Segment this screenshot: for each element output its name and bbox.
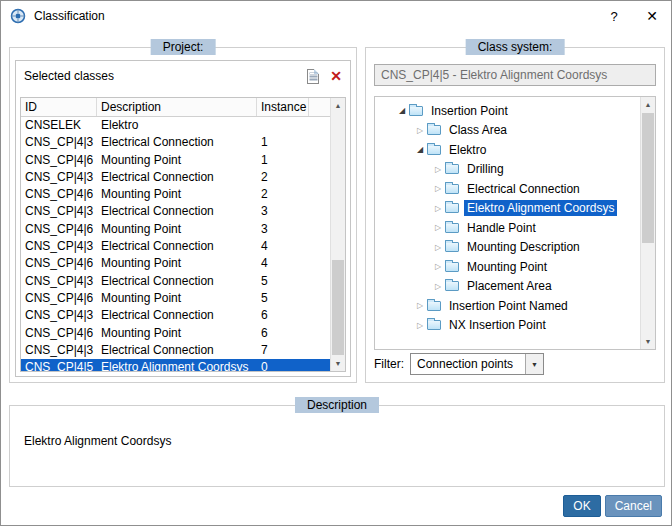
cell-description: Mounting Point — [97, 186, 257, 203]
cell-instance: 4 — [257, 238, 309, 255]
cell-instance: 3 — [257, 221, 309, 238]
expand-icon[interactable]: ▷ — [431, 243, 445, 252]
expand-icon[interactable]: ▷ — [431, 204, 445, 213]
cell-id: CNS_CP|4|6 — [21, 255, 97, 272]
tree-item-label: Elektro — [446, 142, 489, 158]
delete-icon[interactable]: ✕ — [327, 67, 345, 85]
cell-id: CNS_CP|4|3 — [21, 238, 97, 255]
tree-scrollbar[interactable]: ▲ ▼ — [640, 97, 655, 349]
expand-icon[interactable]: ▷ — [413, 301, 427, 310]
expand-icon[interactable]: ▷ — [431, 223, 445, 232]
filter-dropdown[interactable]: Connection points ▼ — [410, 353, 544, 375]
tree-item-label: Insertion Point — [428, 103, 511, 119]
collapse-icon[interactable]: ◢ — [395, 106, 409, 115]
tree-item-label: Drilling — [464, 161, 507, 177]
column-header-description[interactable]: Description — [97, 98, 257, 116]
cell-description: Mounting Point — [97, 325, 257, 342]
table-row[interactable]: CNS_CP|4|3Electrical Connection7 — [21, 342, 330, 359]
tree-item-label: Placement Area — [464, 278, 555, 294]
document-glyph — [307, 69, 319, 84]
cancel-button[interactable]: Cancel — [605, 495, 662, 517]
scroll-down-icon[interactable]: ▼ — [331, 356, 345, 371]
tree-item[interactable]: ▷Elektro Alignment Coordsys — [375, 199, 640, 219]
tree-item[interactable]: ▷Drilling — [375, 160, 640, 180]
table-row[interactable]: CNS_CP|4|3Electrical Connection5 — [21, 273, 330, 290]
title-bar: Classification ? ✕ — [1, 1, 671, 31]
cell-description: Electrical Connection — [97, 134, 257, 151]
scroll-down-icon[interactable]: ▼ — [641, 334, 655, 349]
selected-class-field[interactable] — [374, 64, 656, 86]
cell-id: CNS_CP|4|6 — [21, 152, 97, 169]
folder-icon — [427, 125, 441, 135]
table-row[interactable]: CNS_CP|4|5Elektro Alignment Coordsys0 — [21, 359, 330, 371]
folder-icon — [445, 242, 459, 252]
folder-icon — [445, 223, 459, 233]
table-row[interactable]: CNS_CP|4|6Mounting Point5 — [21, 290, 330, 307]
column-header-instance[interactable]: Instance — [257, 98, 309, 116]
cell-description: Mounting Point — [97, 221, 257, 238]
table-row[interactable]: CNS_CP|4|3Electrical Connection4 — [21, 238, 330, 255]
table-row[interactable]: CNS_CP|4|6Mounting Point2 — [21, 186, 330, 203]
cell-instance: 1 — [257, 134, 309, 151]
table-row[interactable]: CNSELEKElektro — [21, 117, 330, 134]
new-document-icon[interactable] — [304, 67, 322, 85]
tree-item[interactable]: ▷Placement Area — [375, 277, 640, 297]
scroll-up-icon[interactable]: ▲ — [331, 98, 345, 113]
tree-item[interactable]: ◢Insertion Point — [375, 101, 640, 121]
scrollbar-thumb[interactable] — [332, 260, 344, 355]
collapse-icon[interactable]: ◢ — [413, 145, 427, 154]
cell-id: CNS_CP|4|5 — [21, 359, 97, 371]
tree-item[interactable]: ▷Mounting Description — [375, 238, 640, 258]
expand-icon[interactable]: ▷ — [431, 165, 445, 174]
tree-item-label: Handle Point — [464, 220, 539, 236]
table-scrollbar[interactable]: ▲ ▼ — [330, 98, 345, 371]
cell-instance: 7 — [257, 342, 309, 359]
tree-item-label: Mounting Point — [464, 259, 550, 275]
cell-id: CNS_CP|4|6 — [21, 325, 97, 342]
help-button[interactable]: ? — [595, 1, 633, 31]
classification-dialog: Classification ? ✕ Project: Selected cla… — [0, 0, 672, 526]
tree-item[interactable]: ▷Insertion Point Named — [375, 296, 640, 316]
expand-icon[interactable]: ▷ — [413, 126, 427, 135]
table-row[interactable]: CNS_CP|4|3Electrical Connection3 — [21, 203, 330, 220]
table-row[interactable]: CNS_CP|4|3Electrical Connection6 — [21, 307, 330, 324]
close-button[interactable]: ✕ — [633, 1, 671, 31]
ok-button[interactable]: OK — [563, 495, 600, 517]
folder-icon — [445, 164, 459, 174]
project-group-label: Project: — [151, 39, 216, 55]
cell-description: Elektro Alignment Coordsys — [97, 359, 257, 371]
column-header-filler — [309, 98, 330, 116]
description-group-label: Description — [295, 397, 379, 413]
tree-item-label: Insertion Point Named — [446, 298, 571, 314]
cell-instance: 2 — [257, 169, 309, 186]
expand-icon[interactable]: ▷ — [413, 321, 427, 330]
tree-item[interactable]: ▷Electrical Connection — [375, 179, 640, 199]
tree-item[interactable]: ▷Mounting Point — [375, 257, 640, 277]
folder-icon — [427, 301, 441, 311]
table-row[interactable]: CNS_CP|4|6Mounting Point3 — [21, 221, 330, 238]
scroll-up-icon[interactable]: ▲ — [641, 97, 655, 112]
cell-instance — [257, 117, 309, 134]
cell-id: CNS_CP|4|3 — [21, 273, 97, 290]
tree-item[interactable]: ▷NX Insertion Point — [375, 316, 640, 336]
chevron-down-icon[interactable]: ▼ — [525, 354, 543, 374]
table-row[interactable]: CNS_CP|4|3Electrical Connection2 — [21, 169, 330, 186]
cell-id: CNS_CP|4|3 — [21, 307, 97, 324]
table-row[interactable]: CNS_CP|4|6Mounting Point4 — [21, 255, 330, 272]
table-row[interactable]: CNS_CP|4|3Electrical Connection1 — [21, 134, 330, 151]
classes-table: ID Description Instance CNSELEKElektroCN… — [20, 97, 346, 372]
description-text: Elektro Alignment Coordsys — [24, 434, 171, 448]
expand-icon[interactable]: ▷ — [431, 282, 445, 291]
tree-item[interactable]: ◢Elektro — [375, 140, 640, 160]
cell-instance: 2 — [257, 186, 309, 203]
tree-item-label: Mounting Description — [464, 239, 583, 255]
column-header-id[interactable]: ID — [21, 98, 97, 116]
expand-icon[interactable]: ▷ — [431, 184, 445, 193]
expand-icon[interactable]: ▷ — [431, 262, 445, 271]
tree-item[interactable]: ▷Handle Point — [375, 218, 640, 238]
tree-item[interactable]: ▷Class Area — [375, 121, 640, 141]
scrollbar-thumb[interactable] — [642, 113, 654, 243]
cell-instance: 5 — [257, 273, 309, 290]
table-row[interactable]: CNS_CP|4|6Mounting Point6 — [21, 325, 330, 342]
table-row[interactable]: CNS_CP|4|6Mounting Point1 — [21, 152, 330, 169]
